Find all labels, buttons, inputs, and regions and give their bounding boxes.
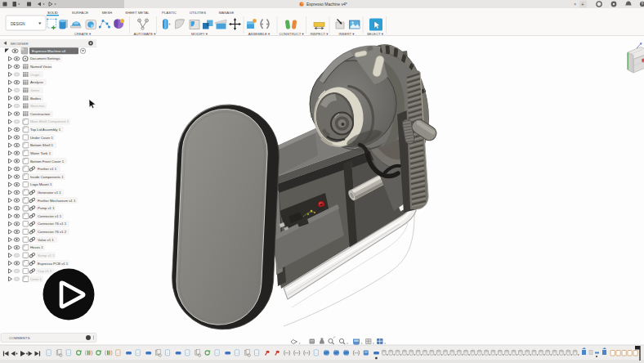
svg-text:Frother Mechanism v1 1: Frother Mechanism v1 1 xyxy=(38,199,76,203)
svg-text:Water Tank 1: Water Tank 1 xyxy=(30,151,51,155)
svg-text:Construction: Construction xyxy=(30,112,51,116)
svg-text:Sump v1 1: Sump v1 1 xyxy=(38,253,55,258)
svg-text:SHEET METAL: SHEET METAL xyxy=(125,11,150,15)
svg-text:Joints: Joints xyxy=(30,88,39,92)
svg-text:×: × xyxy=(574,2,576,7)
svg-text:SURFACE: SURFACE xyxy=(72,11,88,15)
svg-text:AUTOMATE ▾: AUTOMATE ▾ xyxy=(134,32,157,36)
svg-text:INSERT ▾: INSERT ▾ xyxy=(339,32,356,36)
svg-text:Named Views: Named Views xyxy=(30,65,51,69)
svg-text:Bottom Shell 1: Bottom Shell 1 xyxy=(30,143,54,147)
svg-text:+: + xyxy=(581,2,584,7)
svg-text:BROWSER: BROWSER xyxy=(11,42,29,46)
svg-text:Cup v1 1: Cup v1 1 xyxy=(38,269,52,273)
svg-text:SOLID: SOLID xyxy=(47,11,58,15)
svg-text:Analysis: Analysis xyxy=(30,80,43,84)
svg-text:Connector 76 v1 2: Connector 76 v1 2 xyxy=(38,230,67,234)
svg-text:Main Shell Component 1: Main Shell Component 1 xyxy=(30,119,69,123)
svg-text:Bodies: Bodies xyxy=(30,96,41,101)
svg-text:Connector 76 v1 1: Connector 76 v1 1 xyxy=(38,222,67,226)
svg-text:Conn 1: Conn 1 xyxy=(30,277,42,281)
svg-text:COMMENTS: COMMENTS xyxy=(9,336,30,340)
svg-text:MANAGE: MANAGE xyxy=(219,11,235,15)
svg-text:SELECT ▾: SELECT ▾ xyxy=(367,32,384,36)
svg-text:MODIFY ▾: MODIFY ▾ xyxy=(191,32,208,36)
svg-text:Inside Components 1: Inside Components 1 xyxy=(30,175,64,179)
svg-text:Top Lid Assembly 1: Top Lid Assembly 1 xyxy=(30,128,61,132)
svg-text:Generator v1 1: Generator v1 1 xyxy=(38,190,61,195)
svg-text:Hoses 1: Hoses 1 xyxy=(30,245,43,249)
svg-text:Valve v1 1: Valve v1 1 xyxy=(38,238,54,242)
svg-text:UTILITIES: UTILITIES xyxy=(190,11,206,15)
svg-text:Logo Mount 1: Logo Mount 1 xyxy=(30,182,52,186)
svg-text:Under Cover 1: Under Cover 1 xyxy=(30,136,54,140)
svg-text:Espresso Machine v4*: Espresso Machine v4* xyxy=(306,2,347,7)
svg-text:Bottom Front Cover 1: Bottom Front Cover 1 xyxy=(30,159,65,164)
svg-text:PLASTIC: PLASTIC xyxy=(162,11,177,15)
svg-text:Sketches: Sketches xyxy=(30,104,45,108)
svg-text:Espresso PCB v1 1: Espresso PCB v1 1 xyxy=(38,262,69,266)
svg-text:Connector v1 1: Connector v1 1 xyxy=(38,214,62,218)
svg-text:Pump v1 1: Pump v1 1 xyxy=(38,206,55,210)
svg-text:Origin: Origin xyxy=(30,73,40,77)
svg-text:DESIGN: DESIGN xyxy=(11,22,25,26)
svg-text:INSPECT ▾: INSPECT ▾ xyxy=(311,32,329,36)
svg-text:CREATE ▾: CREATE ▾ xyxy=(74,32,92,36)
svg-text:CONSTRUCT ▾: CONSTRUCT ▾ xyxy=(279,32,304,36)
svg-text:MESH: MESH xyxy=(102,11,112,15)
svg-text:ASSEMBLE ▾: ASSEMBLE ▾ xyxy=(248,32,271,36)
svg-text:Document Settings: Document Settings xyxy=(30,56,60,60)
svg-text:Espresso Machine v4: Espresso Machine v4 xyxy=(32,49,66,53)
svg-text:Frother v1 1: Frother v1 1 xyxy=(38,167,57,171)
